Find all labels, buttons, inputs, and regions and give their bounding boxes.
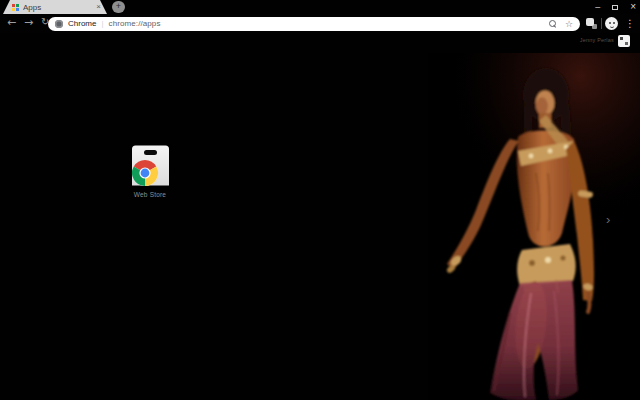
browser-menu-icon[interactable]: ⋮ — [625, 16, 635, 31]
tab-close-icon[interactable]: × — [96, 0, 101, 14]
toolbar: ← → ↻ Chrome | chrome://apps ☆ ⋮ — [0, 14, 640, 33]
tab-title: Apps — [23, 3, 93, 12]
next-page-arrow[interactable]: › — [606, 213, 610, 227]
chrome-web-store-bag-icon — [128, 143, 173, 188]
site-info-icon[interactable] — [55, 20, 63, 28]
app-label: Web Store — [120, 191, 180, 198]
watermark-text: Jenny Perlas — [580, 37, 614, 43]
window-controls: – × — [595, 0, 636, 14]
address-bar[interactable]: Chrome | chrome://apps ☆ — [48, 17, 580, 31]
forward-button[interactable]: → — [24, 16, 33, 29]
site-label: Chrome — [68, 19, 96, 28]
apps-grid-icon — [12, 4, 19, 11]
apps-page: Jenny Perlas — [0, 33, 640, 400]
profile-avatar[interactable] — [605, 17, 618, 30]
minimize-button[interactable]: – — [595, 2, 600, 12]
title-bar: Apps × + – × — [0, 0, 640, 14]
tab-apps[interactable]: Apps × — [3, 0, 107, 14]
close-window-button[interactable]: × — [630, 1, 636, 13]
url-separator: | — [101, 19, 103, 28]
toolbar-divider — [601, 18, 602, 29]
extension-icon[interactable] — [586, 18, 599, 31]
search-icon[interactable] — [549, 20, 556, 27]
back-button[interactable]: ← — [7, 16, 16, 29]
bookmark-star-icon[interactable]: ☆ — [565, 17, 573, 31]
app-tile-web-store[interactable]: Web Store — [120, 143, 180, 198]
browser-window: Apps × + – × ← → ↻ Chrome | chrome://app… — [0, 0, 640, 400]
watermark-logo-icon — [618, 35, 630, 47]
new-tab-button[interactable]: + — [112, 1, 125, 13]
url-text: chrome://apps — [109, 19, 161, 28]
maximize-button[interactable] — [612, 5, 618, 10]
